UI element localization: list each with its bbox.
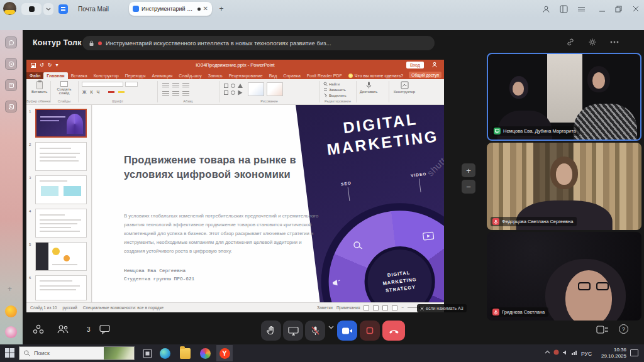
- mic-options-chevron[interactable]: [328, 326, 334, 329]
- ppt-columns-button[interactable]: [182, 91, 189, 97]
- hangup-button[interactable]: [382, 321, 405, 341]
- ppt-accessibility[interactable]: Специальные возможности: все в порядке: [83, 305, 164, 310]
- ppt-comments-button[interactable]: Примечания: [336, 305, 360, 310]
- start-button[interactable]: [5, 348, 14, 358]
- window-minimize-button[interactable]: [599, 5, 606, 13]
- meeting-title-pill[interactable]: Инструментарий искусственного интеллекта…: [82, 36, 435, 50]
- redo-icon[interactable]: ↻: [48, 62, 52, 68]
- ppt-shape-circle-icon[interactable]: [231, 84, 235, 88]
- more-menu-icon[interactable]: [610, 41, 619, 43]
- screen-share-button[interactable]: [283, 321, 303, 341]
- ppt-shape-square-icon[interactable]: [224, 84, 228, 88]
- share-zoom-in-button[interactable]: +: [462, 163, 475, 177]
- slide-thumb-2[interactable]: 2: [26, 142, 91, 171]
- raise-hand-button[interactable]: [261, 321, 281, 341]
- ppt-replace-button[interactable]: Заменить: [323, 87, 347, 92]
- ppt-signin-button[interactable]: Вход: [406, 62, 424, 69]
- pip-view-button[interactable]: [596, 326, 608, 334]
- ppt-quick-access-toolbar[interactable]: ↺ ↻ ▾: [26, 62, 58, 68]
- window-close-button[interactable]: [632, 5, 640, 13]
- qat-dropdown-icon[interactable]: ▾: [55, 62, 58, 68]
- video-tile-2[interactable]: Федорцова Светлана Сергеевна: [487, 143, 641, 230]
- ppt-view-slideshow-icon[interactable]: [392, 305, 397, 310]
- ppt-bold-italic-underline[interactable]: Ж К Ч: [82, 90, 101, 94]
- sidebar-app-yellow-icon[interactable]: [5, 305, 17, 317]
- settings-gear-icon[interactable]: [588, 38, 597, 47]
- browser-profile-icon[interactable]: [542, 5, 550, 13]
- file-explorer-icon[interactable]: [180, 348, 191, 359]
- stop-recording-button[interactable]: [360, 321, 380, 341]
- slide-thumb-6[interactable]: 6: [26, 275, 91, 304]
- tab-active[interactable]: Инструментарий и... ✕: [129, 2, 212, 16]
- ppt-view-normal-icon[interactable]: [364, 305, 369, 310]
- ppt-user-icon[interactable]: [431, 62, 438, 68]
- ppt-highlight-button[interactable]: [118, 91, 125, 93]
- ppt-slide-panel[interactable]: 1 2 3 4 5 6: [26, 105, 92, 302]
- ppt-shape-triangle-icon[interactable]: [238, 84, 243, 88]
- help-button[interactable]: ?: [619, 324, 628, 334]
- edge-icon[interactable]: [160, 348, 170, 359]
- ppt-zoom-out-icon[interactable]: −: [401, 305, 404, 310]
- ppt-tab-slideshow[interactable]: Слайд-шоу: [175, 72, 204, 79]
- taskbar-search[interactable]: Поиск: [19, 346, 135, 360]
- ppt-select-button[interactable]: Выделить: [323, 92, 347, 98]
- ppt-indent-button[interactable]: [182, 83, 189, 89]
- ppt-paste-button[interactable]: Вставить: [31, 81, 47, 94]
- ppt-shape-styles-gallery[interactable]: [248, 82, 264, 96]
- ppt-dictate-button[interactable]: Диктовать: [360, 81, 377, 94]
- ppt-font-color-button[interactable]: [108, 91, 114, 93]
- yandex-browser-taskbar-button[interactable]: Y: [216, 345, 233, 361]
- ppt-tellme[interactable]: Что вы хотите сделать?: [345, 72, 406, 79]
- taskbar-clock[interactable]: 10:3629.10.2025: [596, 347, 626, 359]
- ppt-bullets-button[interactable]: [162, 83, 169, 89]
- pinned-tab[interactable]: [21, 3, 42, 15]
- ppt-tab-home[interactable]: Главная: [43, 72, 67, 79]
- ppt-view-reading-icon[interactable]: [382, 305, 388, 310]
- tab-mail[interactable]: Почта Mail: [73, 3, 128, 15]
- ppt-tab-view[interactable]: Вид: [266, 72, 280, 79]
- pinned-app-icon[interactable]: [58, 4, 68, 14]
- ppt-new-slide-button[interactable]: Создать слайд: [53, 81, 75, 95]
- photos-icon[interactable]: [200, 348, 211, 359]
- ppt-shape-flow-icon[interactable]: [238, 90, 243, 96]
- tab-close-icon[interactable]: ✕: [203, 6, 208, 12]
- sidebar-gallery-icon[interactable]: [5, 101, 17, 112]
- slide-thumb-4[interactable]: 4: [26, 209, 91, 238]
- ppt-arrange-button[interactable]: [267, 82, 283, 96]
- sidebar-notes-icon[interactable]: [5, 79, 17, 91]
- sidebar-music-icon[interactable]: [5, 58, 17, 70]
- sidebar-add-icon[interactable]: +: [8, 285, 12, 293]
- ppt-tab-design[interactable]: Конструктор: [91, 72, 122, 79]
- save-icon[interactable]: [31, 63, 36, 68]
- ppt-tab-help[interactable]: Справка: [280, 72, 303, 79]
- ppt-find-button[interactable]: Найти: [323, 81, 347, 87]
- close-icon[interactable]: [420, 307, 424, 310]
- panels-icon[interactable]: [560, 5, 568, 13]
- ppt-font-name-select[interactable]: [82, 82, 123, 87]
- slide-thumb-3[interactable]: 3: [26, 175, 91, 204]
- chat-button[interactable]: [99, 324, 110, 334]
- ppt-tab-animations[interactable]: Анимация: [148, 72, 175, 79]
- task-view-button[interactable]: [142, 348, 153, 359]
- ppt-share-button[interactable]: Общий доступ: [409, 72, 441, 78]
- tab-dropdown-chevron[interactable]: [43, 3, 53, 15]
- language-indicator[interactable]: РУС: [581, 351, 592, 357]
- share-hint-pill[interactable]: если нажимать A3: [417, 304, 467, 312]
- ppt-tab-foxit[interactable]: Foxit Reader PDF: [304, 72, 345, 79]
- ppt-tab-record[interactable]: Запись: [205, 72, 226, 79]
- ppt-tab-transitions[interactable]: Переходы: [122, 72, 149, 79]
- tray-caret-icon[interactable]: [545, 350, 550, 354]
- ppt-tab-insert[interactable]: Вставка: [68, 72, 91, 79]
- action-center-icon[interactable]: [630, 349, 638, 356]
- sidebar-messenger-icon[interactable]: [5, 36, 17, 48]
- ppt-tab-file[interactable]: Файл: [26, 72, 43, 79]
- layout-view-button[interactable]: [33, 324, 44, 334]
- ppt-align-center-button[interactable]: [172, 91, 179, 97]
- ppt-language[interactable]: русский: [62, 305, 77, 310]
- camera-button[interactable]: [337, 321, 357, 341]
- profile-avatar[interactable]: [3, 2, 16, 15]
- tray-app-icon-1[interactable]: [553, 349, 559, 355]
- search-highlight-image[interactable]: [104, 347, 134, 359]
- ppt-shape-line-icon[interactable]: [224, 90, 228, 95]
- slide-thumb-1[interactable]: 1: [26, 109, 91, 138]
